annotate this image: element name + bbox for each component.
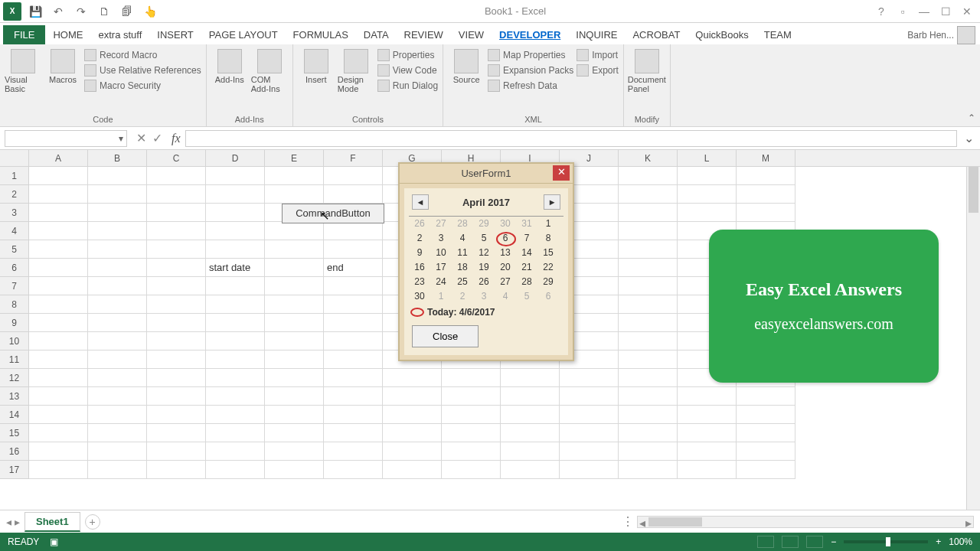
cell[interactable] (206, 424, 265, 442)
cell[interactable] (324, 406, 383, 424)
cell[interactable] (619, 332, 678, 350)
cell[interactable] (29, 222, 88, 240)
cell[interactable] (324, 424, 383, 442)
cell[interactable] (265, 167, 324, 185)
cell[interactable]: end (324, 259, 383, 277)
calendar-day[interactable]: 7 (516, 231, 537, 246)
cell[interactable] (29, 314, 88, 332)
cell[interactable] (737, 185, 795, 204)
calendar-day[interactable]: 23 (409, 275, 430, 289)
formula-input[interactable] (185, 130, 957, 147)
calendar-day[interactable]: 26 (473, 275, 495, 289)
collapse-ribbon-icon[interactable]: ⌃ (968, 112, 975, 123)
cell[interactable] (383, 424, 442, 442)
select-all-corner[interactable] (0, 150, 29, 166)
cell[interactable] (383, 406, 442, 424)
insert-control-button[interactable]: Insert (298, 47, 335, 84)
scroll-left-icon[interactable]: ◂ (639, 516, 645, 530)
view-code-button[interactable]: View Code (377, 63, 438, 78)
map-properties-button[interactable]: Map Properties (488, 47, 573, 63)
calendar-day[interactable]: 26 (409, 217, 430, 231)
zoom-level[interactable]: 100% (949, 536, 972, 547)
userform-titlebar[interactable]: UserForm1 ✕ (400, 164, 573, 184)
cell[interactable] (560, 461, 619, 479)
next-sheet-icon[interactable]: ▸ (15, 516, 20, 528)
cell[interactable] (29, 406, 88, 424)
cell[interactable] (678, 185, 737, 204)
cell[interactable] (88, 277, 147, 295)
scroll-right-icon[interactable]: ▸ (965, 516, 972, 530)
calendar-day[interactable]: 20 (495, 260, 516, 275)
calendar-day[interactable]: 4 (452, 231, 473, 246)
touch-icon[interactable]: 👆 (141, 2, 159, 21)
cell[interactable] (265, 387, 324, 406)
cell[interactable] (29, 461, 88, 479)
zoom-thumb[interactable] (886, 537, 890, 546)
cell[interactable] (29, 259, 88, 277)
new-icon[interactable]: 🗋 (95, 2, 113, 21)
cell[interactable] (88, 222, 147, 240)
calendar-day[interactable]: 25 (452, 275, 473, 289)
cell[interactable] (442, 406, 501, 424)
cell[interactable] (619, 222, 678, 240)
calendar-day[interactable]: 6 (537, 289, 559, 304)
cell[interactable] (324, 240, 383, 259)
cell[interactable] (265, 259, 324, 277)
cell[interactable] (88, 295, 147, 314)
cell[interactable] (265, 350, 324, 369)
cell[interactable] (383, 442, 442, 461)
cell[interactable] (678, 406, 737, 424)
export-button[interactable]: Export (577, 63, 619, 78)
cell[interactable] (678, 204, 737, 222)
cell[interactable] (29, 387, 88, 406)
cell[interactable] (619, 259, 678, 277)
row-header[interactable]: 6 (0, 259, 29, 277)
calendar-day[interactable]: 8 (537, 231, 559, 246)
sheet-tab-sheet1[interactable]: Sheet1 (24, 512, 80, 532)
cell[interactable] (88, 424, 147, 442)
cell[interactable] (678, 442, 737, 461)
cell[interactable] (206, 461, 265, 479)
ribbon-options-icon[interactable]: ▫ (893, 3, 913, 20)
cell[interactable] (88, 350, 147, 369)
import-button[interactable]: Import (577, 47, 619, 63)
cell[interactable] (501, 461, 560, 479)
expansion-packs-button[interactable]: Expansion Packs (488, 63, 573, 78)
maximize-icon[interactable]: ☐ (936, 3, 956, 20)
tab-quickbooks[interactable]: QuickBooks (688, 25, 756, 44)
tab-insert[interactable]: INSERT (149, 25, 201, 44)
tab-home[interactable]: HOME (45, 25, 90, 44)
cell[interactable] (737, 167, 795, 185)
page-break-view-button[interactable] (806, 536, 823, 548)
cell[interactable] (560, 442, 619, 461)
cell[interactable] (206, 204, 265, 222)
calendar-today-row[interactable]: Today: 4/6/2017 (409, 304, 564, 319)
cell[interactable] (147, 350, 206, 369)
cell[interactable] (619, 461, 678, 479)
cell[interactable] (324, 295, 383, 314)
cell[interactable] (206, 442, 265, 461)
calendar-day[interactable]: 9 (409, 246, 430, 260)
cell[interactable] (29, 332, 88, 350)
cell[interactable] (265, 424, 324, 442)
row-header[interactable]: 10 (0, 332, 29, 350)
cell[interactable] (560, 424, 619, 442)
calendar-day[interactable]: 30 (409, 289, 430, 304)
calendar-day[interactable]: 11 (452, 246, 473, 260)
calendar-day[interactable]: 10 (430, 246, 452, 260)
calendar-day[interactable]: 1 (430, 289, 452, 304)
calendar-day[interactable]: 3 (430, 231, 452, 246)
cell[interactable] (442, 442, 501, 461)
tab-view[interactable]: VIEW (451, 25, 492, 44)
cell[interactable] (619, 406, 678, 424)
row-header[interactable]: 17 (0, 461, 29, 479)
cell[interactable] (324, 461, 383, 479)
cell[interactable] (619, 277, 678, 295)
cell[interactable] (324, 387, 383, 406)
calendar-day[interactable]: 24 (430, 275, 452, 289)
document-panel-button[interactable]: Document Panel (629, 47, 665, 93)
zoom-in-button[interactable]: + (936, 536, 941, 547)
calendar-day[interactable]: 15 (537, 246, 559, 260)
tab-extra-stuff[interactable]: extra stuff (90, 25, 149, 44)
cell[interactable] (147, 240, 206, 259)
